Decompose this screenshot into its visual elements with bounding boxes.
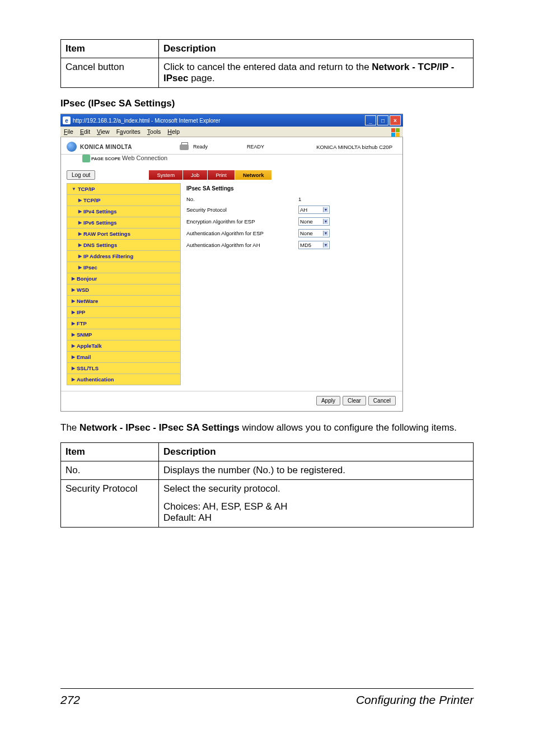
table-cancel-button: Item Description Cancel button Click to … (60, 39, 474, 88)
cell-item: Security Protocol (61, 480, 159, 528)
sidebar-item-ssltls[interactable]: ▶SSL/TLS (67, 363, 181, 374)
table-row: Cancel button Click to cancel the entere… (61, 58, 474, 88)
chevron-down-icon: ▾ (323, 219, 328, 224)
triangle-icon: ▶ (72, 298, 75, 304)
model-label: KONICA MINOLTA bizhub C20P (316, 144, 392, 150)
menu-favorites[interactable]: Favorites (116, 128, 140, 135)
page-number: 272 (60, 693, 80, 707)
menu-help[interactable]: Help (167, 128, 180, 135)
menu-view[interactable]: View (97, 128, 110, 135)
printer-icon (179, 142, 190, 151)
cancel-button[interactable]: Cancel (368, 396, 396, 405)
triangle-icon: ▶ (78, 242, 82, 248)
sidebar-item-appletalk[interactable]: ▶AppleTalk (67, 340, 181, 352)
select-auth-ah[interactable]: MD5▾ (298, 241, 330, 249)
triangle-icon: ▶ (78, 198, 82, 203)
table-header-item: Item (61, 40, 159, 58)
tab-print[interactable]: Print (208, 170, 235, 180)
sidebar-item-email[interactable]: ▶Email (67, 352, 181, 363)
chevron-down-icon: ▾ (323, 242, 328, 248)
cell-description: Click to cancel the entered data and ret… (159, 58, 474, 88)
konica-minolta-logo-icon (67, 142, 77, 152)
triangle-icon: ▶ (72, 287, 75, 292)
value-no: 1 (298, 196, 301, 202)
sidebar-item-ftp[interactable]: ▶FTP (67, 318, 181, 329)
label-security-protocol: Security Protocol (186, 207, 298, 213)
close-button[interactable]: × (390, 115, 401, 125)
table-header-description: Description (159, 40, 474, 58)
maximize-button[interactable]: □ (377, 115, 388, 125)
sidebar: ▼TCP/IP ▶TCP/IP ▶IPv4 Settings ▶IPv6 Set… (67, 183, 181, 385)
logout-button[interactable]: Log out (67, 170, 95, 180)
triangle-icon: ▶ (78, 209, 82, 214)
sidebar-item-dns[interactable]: ▶DNS Settings (67, 240, 181, 251)
tab-system[interactable]: System (149, 170, 183, 180)
sidebar-item-authentication[interactable]: ▶Authentication (67, 374, 181, 385)
printer-status: Ready (193, 144, 208, 150)
apply-button[interactable]: Apply (316, 396, 340, 405)
body-text: The Network - IPsec - IPsec SA Settings … (60, 422, 474, 435)
triangle-icon: ▶ (72, 310, 75, 315)
table-row: Security Protocol Select the security pr… (61, 480, 474, 498)
screenshot-ipsec-sa-settings: e http://192.168.1.2/a_index.html - Micr… (60, 114, 403, 412)
sidebar-item-netware[interactable]: ▶NetWare (67, 296, 181, 307)
footer-title: Configuring the Printer (356, 693, 474, 707)
menu-tools[interactable]: Tools (147, 128, 161, 135)
triangle-icon: ▶ (78, 254, 82, 259)
label-no: No. (186, 196, 298, 202)
label-encryption-esp: Encryption Algorithm for ESP (186, 218, 298, 225)
cell-description: Choices: AH, ESP, ESP & AH Default: AH (159, 498, 474, 528)
chevron-down-icon: ▾ (323, 231, 328, 236)
window-titlebar: e http://192.168.1.2/a_index.html - Micr… (60, 114, 403, 127)
brand-name: KONICA MINOLTA (80, 144, 132, 150)
triangle-icon: ▶ (72, 377, 75, 382)
menu-file[interactable]: File (64, 128, 73, 135)
sidebar-item-ipp[interactable]: ▶IPP (67, 307, 181, 318)
sidebar-item-tcpip[interactable]: ▶TCP/IP (67, 195, 181, 206)
page-footer: 272 Configuring the Printer (60, 688, 474, 707)
sidebar-item-raw-port[interactable]: ▶RAW Port Settings (67, 228, 181, 240)
triangle-icon: ▶ (72, 366, 75, 371)
sidebar-item-tcpip-top[interactable]: ▼TCP/IP (67, 183, 181, 195)
table-ipsec-sa-items: Item Description No. Displays the number… (60, 442, 474, 528)
minimize-button[interactable]: _ (365, 115, 376, 125)
chevron-down-icon: ▼ (72, 186, 76, 192)
triangle-icon: ▶ (78, 265, 82, 270)
sidebar-item-ip-filter[interactable]: ▶IP Address Filtering (67, 251, 181, 262)
cell-item: Cancel button (61, 58, 159, 88)
sidebar-item-wsd[interactable]: ▶WSD (67, 284, 181, 296)
triangle-icon: ▶ (72, 354, 75, 360)
ready-label: READY (247, 144, 264, 150)
panel-title: IPsec SA Settings (186, 185, 394, 192)
triangle-icon: ▶ (78, 231, 82, 236)
select-security-protocol[interactable]: AH▾ (298, 206, 330, 214)
select-encryption-esp[interactable]: None▾ (298, 217, 330, 226)
menu-edit[interactable]: Edit (80, 128, 90, 135)
sidebar-item-ipsec[interactable]: ▶IPsec (67, 262, 181, 273)
sidebar-item-ipv4[interactable]: ▶IPv4 Settings (67, 206, 181, 217)
label-auth-ah: Authentication Algorithm for AH (186, 242, 298, 248)
sidebar-item-bonjour[interactable]: ▶Bonjour (67, 273, 181, 284)
cell-item: No. (61, 461, 159, 480)
triangle-icon: ▶ (72, 276, 75, 281)
windows-logo-icon (391, 128, 401, 137)
clear-button[interactable]: Clear (343, 396, 366, 405)
sidebar-item-snmp[interactable]: ▶SNMP (67, 329, 181, 340)
section-heading-ipsec-sa: IPsec (IPsec SA Settings) (60, 98, 474, 109)
ie-icon: e (63, 116, 71, 124)
table-row: No. Displays the number (No.) to be regi… (61, 461, 474, 480)
select-auth-esp[interactable]: None▾ (298, 229, 330, 237)
pagescope-label: PAGE SCOPE Web Connection (61, 155, 402, 166)
label-auth-esp: Authentication Algorithm for ESP (186, 230, 298, 236)
tab-network[interactable]: Network (235, 170, 272, 180)
table-header-description: Description (159, 443, 474, 461)
pagescope-icon (82, 155, 90, 162)
sidebar-item-ipv6[interactable]: ▶IPv6 Settings (67, 217, 181, 228)
chevron-down-icon: ▾ (323, 207, 328, 212)
cell-description: Displays the number (No.) to be register… (159, 461, 474, 480)
table-header-item: Item (61, 443, 159, 461)
triangle-icon: ▶ (78, 220, 82, 225)
cell-description: Select the security protocol. (159, 480, 474, 498)
triangle-icon: ▶ (72, 332, 75, 337)
tab-job[interactable]: Job (183, 170, 208, 180)
